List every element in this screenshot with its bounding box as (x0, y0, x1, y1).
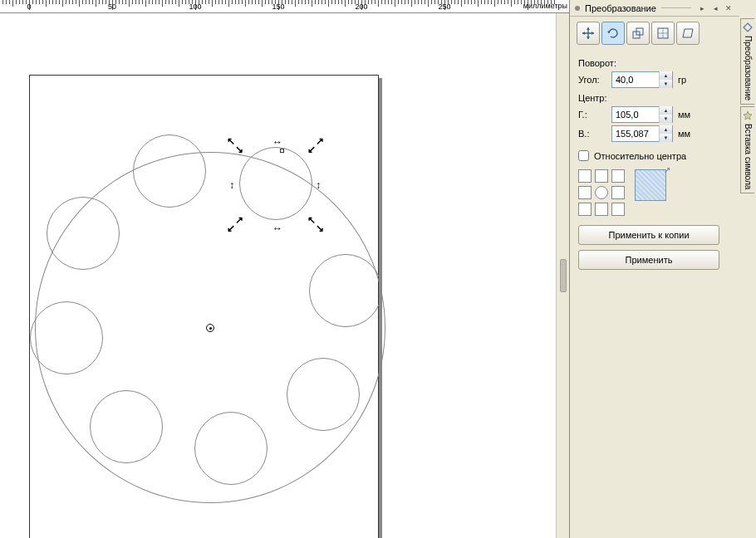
center-h-stepper-up[interactable]: ▲ (660, 106, 672, 115)
tab-insert-symbol[interactable]: Вставка символа (740, 106, 754, 193)
ruler-tick (554, 0, 555, 4)
ruler-tick (478, 0, 479, 7)
ruler-tick (401, 0, 402, 4)
panel-titlebar: Преобразование ▸ ◂ ✕ (570, 0, 739, 17)
center-v-input[interactable] (612, 127, 659, 140)
canvas-area[interactable]: ↖ ↘ ↔ ↗ ↙ ↕ ↕ ↙ ↗ ↔ ↘ ↖ (0, 13, 569, 538)
apply-to-copy-button[interactable]: Применить к копии (578, 225, 719, 245)
small-circle[interactable] (90, 390, 163, 463)
ruler-tick (125, 0, 126, 4)
anchor-bl[interactable] (578, 203, 592, 216)
ruler-tick (135, 0, 136, 4)
ruler-tick (102, 0, 103, 4)
ruler-tick (315, 0, 316, 4)
angle-stepper-up[interactable]: ▲ (660, 71, 672, 80)
panel-menu-button[interactable]: ▸ (696, 2, 708, 14)
rotate-handle-tr[interactable]: ↙ (307, 144, 316, 155)
relative-center-checkbox[interactable] (578, 150, 589, 161)
ruler-tick (408, 0, 409, 4)
ruler-tick (152, 0, 153, 4)
rotate-handle-top[interactable]: ↔ (272, 136, 282, 148)
small-circle-selected[interactable] (239, 147, 312, 220)
ruler-tick (139, 0, 140, 4)
center-h-input[interactable] (612, 108, 659, 121)
center-v-stepper-down[interactable]: ▼ (660, 134, 672, 142)
center-h-spinner[interactable]: ▲ ▼ (611, 106, 673, 123)
ruler-tick (248, 0, 249, 4)
center-v-stepper-up[interactable]: ▲ (660, 125, 672, 134)
small-circle[interactable] (30, 301, 103, 374)
panel-close-button[interactable]: ✕ (723, 2, 734, 14)
anchor-r[interactable] (611, 186, 625, 199)
ruler-tick (6, 0, 7, 4)
tab-size[interactable] (651, 22, 675, 45)
ruler-unit-label: миллиметры (523, 2, 567, 10)
rotation-center-marker[interactable] (206, 324, 214, 332)
tab-scale[interactable] (626, 22, 650, 45)
rotate-handle-tr[interactable]: ↗ (316, 135, 324, 147)
small-circle[interactable] (133, 134, 206, 208)
angle-stepper-down[interactable]: ▼ (660, 80, 672, 88)
rotate-handle-br[interactable]: ↖ (307, 214, 316, 226)
ruler-tick (52, 0, 53, 4)
small-circle[interactable] (47, 197, 120, 270)
ruler-tick (66, 0, 66, 4)
anchor-tl[interactable] (578, 169, 592, 183)
transform-mode-tabs (570, 17, 739, 50)
rotate-handle-tl[interactable]: ↖ (227, 135, 235, 147)
ruler-tick (228, 0, 229, 7)
anchor-l[interactable] (578, 186, 592, 199)
ruler-tick (328, 0, 329, 7)
rotate-handle-br[interactable]: ↘ (316, 223, 324, 234)
ruler-tick (119, 0, 120, 4)
anchor-center[interactable] (595, 186, 608, 199)
ruler-tick (298, 0, 299, 4)
ruler-tick (312, 0, 312, 7)
center-section-label: Центр: (578, 93, 731, 103)
ruler-tick (541, 0, 542, 4)
panel-title: Преобразование (585, 3, 656, 13)
tab-transform[interactable]: Преобразование (740, 18, 754, 105)
ruler-tick (82, 0, 83, 4)
panel-collapse-dot[interactable] (575, 6, 580, 11)
ruler-tick (252, 0, 253, 4)
anchor-tr[interactable] (611, 169, 625, 183)
center-h-stepper-down[interactable]: ▼ (660, 115, 672, 123)
rotate-handle-bottom[interactable]: ↔ (272, 223, 282, 234)
ruler-tick (59, 0, 60, 4)
angle-input[interactable] (612, 73, 659, 86)
rotate-handle-bl[interactable]: ↙ (227, 223, 235, 234)
ruler-tick (458, 0, 459, 4)
scrollbar-thumb[interactable] (560, 259, 567, 292)
ruler-tick (488, 0, 488, 4)
tab-rotate[interactable] (601, 22, 625, 45)
ruler-tick (331, 0, 332, 4)
vertical-scrollbar[interactable] (556, 13, 569, 538)
tab-position[interactable] (577, 22, 600, 45)
tab-label: Преобразование (744, 36, 753, 100)
ruler-tick (49, 0, 50, 4)
rotate-handle-left[interactable]: ↕ (229, 179, 234, 191)
tab-skew[interactable] (676, 22, 700, 45)
center-v-spinner[interactable]: ▲ ▼ (611, 125, 673, 142)
small-circle[interactable] (194, 412, 268, 485)
rotate-handle-tl[interactable]: ↘ (235, 144, 243, 155)
apply-button[interactable]: Применить (578, 250, 719, 270)
relative-center-label: Относительно центра (594, 151, 686, 161)
angle-spinner[interactable]: ▲ ▼ (611, 71, 673, 88)
rotate-icon (606, 27, 620, 40)
ruler-tick (142, 0, 143, 4)
small-circle[interactable] (287, 358, 360, 431)
anchor-b[interactable] (595, 203, 608, 216)
ruler-tick (504, 0, 505, 4)
anchor-br[interactable] (611, 203, 625, 216)
ruler-tick (474, 0, 475, 4)
anchor-t[interactable] (595, 169, 608, 183)
ruler-tick (202, 0, 203, 4)
rotate-handle-right[interactable]: ↕ (316, 179, 321, 191)
ruler-tick (245, 0, 246, 7)
rotate-handle-bl[interactable]: ↗ (235, 214, 243, 226)
small-circle[interactable] (309, 254, 382, 327)
panel-menu-button[interactable]: ◂ (709, 2, 721, 14)
angle-unit: гр (678, 75, 686, 85)
